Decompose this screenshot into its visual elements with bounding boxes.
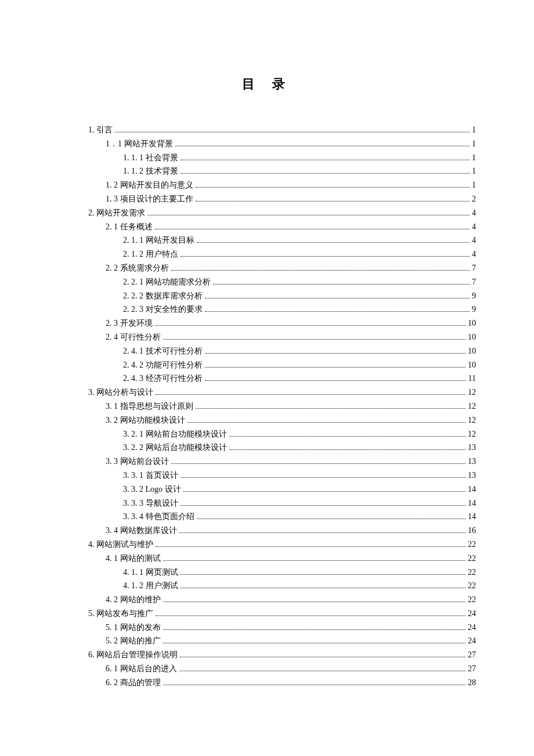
toc-entry: 2. 1 任务概述4 [58, 220, 476, 234]
toc-entry-label: 1. 3 项目设计的主要工作 [106, 192, 193, 206]
toc-entry-page: 12 [468, 427, 476, 441]
toc-entry-page: 11 [468, 372, 476, 386]
toc-entry-page: 10 [468, 316, 476, 330]
toc-entry: 1. 2 网站开发目的与意义1 [58, 178, 476, 192]
toc-leader-dots [181, 256, 470, 257]
toc-entry-label: 5. 1 网站的发布 [106, 621, 161, 635]
toc-entry-page: 22 [468, 593, 476, 607]
toc-entry-page: 16 [468, 524, 476, 538]
toc-entry-page: 9 [472, 303, 476, 316]
toc-entry: 2. 2 系统需求分析7 [58, 261, 476, 275]
toc-entry-page: 14 [468, 483, 476, 496]
toc-entry-page: 10 [468, 330, 476, 344]
toc-entry-label: 2. 1. 2 用户特点 [123, 247, 178, 261]
toc-entry-label: 1. 引言 [88, 123, 113, 137]
toc-entry-page: 12 [468, 386, 476, 399]
toc-leader-dots [205, 367, 466, 368]
toc-leader-dots [156, 394, 466, 395]
toc-entry-label: 3. 2 网站功能模块设计 [106, 413, 185, 427]
toc-entry-page: 4 [472, 247, 476, 261]
toc-leader-dots [181, 588, 466, 588]
toc-leader-dots [205, 298, 470, 298]
toc-entry: 5. 1 网站的发布24 [58, 621, 476, 635]
toc-leader-dots [229, 436, 466, 437]
toc-entry-page: 14 [468, 496, 476, 510]
toc-entry-label: 2. 4. 2 功能可行性分析 [123, 358, 203, 372]
toc-entry-label: 2. 4. 1 技术可行性分析 [123, 344, 203, 358]
toc-entry-label: 2. 2. 3 对安全性的要求 [123, 303, 203, 316]
toc-leader-dots [181, 160, 470, 160]
toc-entry-label: 3. 3. 4 特色页面介绍 [123, 510, 194, 524]
toc-entry-label: 2. 网站开发需求 [88, 206, 145, 220]
toc-entry-label: 1. 1. 1 社会背景 [123, 151, 178, 165]
toc-entry: 3. 网站分析与设计12 [58, 386, 476, 399]
toc-entry: 4. 1. 2 用户测试22 [58, 579, 476, 593]
toc-entry-page: 13 [468, 441, 476, 455]
toc-entry: 3. 3. 4 特色页面介绍14 [58, 510, 476, 524]
toc-leader-dots [163, 685, 466, 685]
toc-entry-page: 10 [468, 344, 476, 358]
toc-entry: 6. 2 商品的管理28 [58, 676, 476, 690]
toc-leader-dots [163, 560, 466, 561]
toc-entry-page: 4 [472, 220, 476, 234]
toc-leader-dots [163, 643, 466, 643]
toc-entry: 2. 4. 1 技术可行性分析10 [58, 344, 476, 358]
toc-entry-label: 2. 4. 3 经济可行性分析 [123, 372, 203, 386]
toc-leader-dots [181, 505, 466, 506]
toc-leader-dots [197, 519, 466, 519]
toc-entry: 4. 1 网站的测试22 [58, 552, 476, 566]
toc-entry-page: 1 [472, 164, 476, 178]
toc-entry: 4. 2 网站的维护22 [58, 593, 476, 607]
toc-entry-label: 3. 1 指导思想与设计原则 [106, 399, 193, 413]
toc-leader-dots [196, 408, 466, 409]
toc-entry: 3. 3. 2 Logo 设计14 [58, 483, 476, 496]
toc-entry: 2. 3 开发环境10 [58, 316, 476, 330]
toc-leader-dots [196, 187, 470, 188]
toc-entry: 3. 4 网站数据库设计16 [58, 524, 476, 538]
table-of-contents: 1. 引言11．1 网站开发背景11. 1. 1 社会背景11. 1. 2 技术… [58, 123, 476, 690]
toc-entry: 2. 2. 1 网站功能需求分析7 [58, 275, 476, 289]
toc-leader-dots [205, 380, 466, 381]
toc-entry-page: 13 [468, 469, 476, 483]
toc-entry: 2. 网站开发需求4 [58, 206, 476, 220]
toc-entry-label: 4. 2 网站的维护 [106, 593, 161, 607]
toc-entry-page: 24 [468, 621, 476, 635]
toc-entry-page: 10 [468, 358, 476, 372]
toc-entry-label: 4. 网站测试与维护 [88, 538, 153, 552]
toc-leader-dots [163, 602, 466, 602]
toc-entry: 1. 3 项目设计的主要工作2 [58, 192, 476, 206]
toc-entry-page: 1 [472, 178, 476, 192]
toc-entry-label: 2. 2 系统需求分析 [106, 261, 169, 275]
toc-entry-label: 3. 3. 1 首页设计 [123, 469, 178, 483]
toc-entry-page: 14 [468, 510, 476, 524]
toc-leader-dots [179, 671, 466, 671]
toc-entry: 3. 1 指导思想与设计原则12 [58, 399, 476, 413]
toc-leader-dots [181, 173, 470, 174]
toc-entry-page: 4 [472, 206, 476, 220]
toc-entry-label: 2. 1. 1 网站开发目标 [123, 233, 194, 247]
toc-leader-dots [197, 242, 470, 243]
toc-entry-label: 3. 3. 3 导航设计 [123, 496, 178, 510]
toc-entry-page: 22 [468, 579, 476, 593]
toc-leader-dots [179, 532, 466, 533]
toc-entry-label: 3. 3 网站前台设计 [106, 455, 169, 469]
toc-leader-dots [180, 657, 466, 657]
toc-entry-page: 4 [472, 233, 476, 247]
toc-leader-dots [181, 477, 466, 478]
toc-entry: 5. 网站发布与推广24 [58, 607, 476, 621]
toc-entry: 2. 4. 2 功能可行性分析10 [58, 358, 476, 372]
toc-entry-page: 7 [472, 275, 476, 289]
toc-entry-label: 3. 网站分析与设计 [88, 386, 153, 399]
toc-entry-page: 2 [472, 192, 476, 206]
toc-entry-page: 22 [468, 552, 476, 566]
toc-entry-label: 4. 1. 2 用户测试 [123, 579, 178, 593]
toc-entry: 3. 2 网站功能模块设计12 [58, 413, 476, 427]
toc-leader-dots [155, 229, 470, 229]
toc-entry-label: 3. 2. 1 网站前台功能模块设计 [123, 427, 227, 441]
toc-entry: 2. 2. 3 对安全性的要求9 [58, 303, 476, 316]
toc-entry-label: 5. 2 网站的推广 [106, 634, 161, 648]
toc-leader-dots [171, 270, 470, 271]
toc-leader-dots [156, 615, 466, 616]
toc-leader-dots [205, 311, 470, 312]
toc-entry-label: 2. 1 任务概述 [106, 220, 153, 234]
